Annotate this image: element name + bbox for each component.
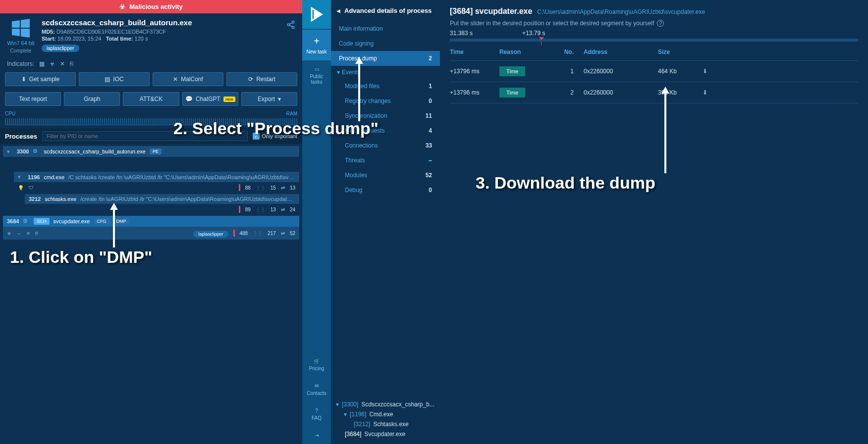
dump-no: 2 [549,89,574,96]
biohazard-small-icon[interactable]: ☣ [50,60,55,67]
slider-hint: Put the slider in the desired position o… [450,20,858,27]
col-reason[interactable]: Reason [499,49,549,55]
malconf-button[interactable]: ✕MalConf [153,72,223,86]
exit-icon: ⇥ [315,433,319,438]
detail-code-signing[interactable]: Code signing [331,36,440,51]
malware-tag[interactable]: laplasclipper [193,231,228,238]
svg-point-0 [292,21,294,24]
processes-title: Processes [5,133,37,140]
dmp-badge[interactable]: DMP [113,218,129,224]
doc-icon[interactable]: ▦ [39,60,45,67]
mini-tree-item[interactable]: [3212]Schtasks.exe [336,419,435,429]
col-size[interactable]: Size [658,49,703,55]
chatgpt-button[interactable]: 💬ChatGPTnew [182,92,238,106]
mini-tree-item[interactable]: ▾[1196]Cmd.exe [336,409,435,419]
slider-marker[interactable] [539,37,544,40]
ram-label: RAM [286,111,297,116]
text-report-button[interactable]: Text report [5,92,61,106]
cfg-badge[interactable]: CFG [94,218,109,224]
only-important-toggle[interactable]: ✓ Only important [253,133,297,140]
collapse-icon[interactable]: ▾ [7,148,13,155]
download-dump-icon[interactable]: ⬇ [703,68,722,75]
process-row[interactable]: 3212 schtasks.exe /create /tn \uAGRIUzbt… [25,194,299,204]
process-name: svcupdater.exe [54,218,90,224]
wrench-icon[interactable]: ✕ [60,60,65,67]
back-icon[interactable]: ◂ [337,7,340,14]
tools-icon: ✕ [173,76,178,83]
mini-tree-item[interactable]: ▾[3300]Scdscxzccsacx_csharp_b... [336,399,435,409]
app-logo[interactable] [302,0,331,29]
detail-debug[interactable]: Debug0 [331,183,440,197]
dump-addr: 0x2260000 [574,89,658,96]
contacts-button[interactable]: ✉ Contacts [302,377,331,402]
ioc-button[interactable]: ▤IOC [79,72,150,86]
detail-registry[interactable]: Registry changes0 [331,94,440,108]
bulb-icon: 💡 [18,185,24,191]
process-row[interactable]: ▾ 1196 cmd.exe /C schtasks /create /tn \… [14,172,299,182]
details-header: ◂ Advanced details of process [331,0,440,21]
process-path: C:\Users\admin\AppData\Roaming\uAGRIUzbt… [537,8,705,15]
action-row-1: ⬇Get sample ▤IOC ✕MalConf ⟳Restart [0,69,302,89]
cpu-label: CPU [5,111,15,116]
collapse-icon[interactable]: ▾ [18,174,24,180]
dump-time: +13796 ms [450,68,499,75]
col-addr[interactable]: Address [574,49,658,55]
detail-connections[interactable]: Connections33 [331,138,440,153]
dump-row[interactable]: +13796 ms Time 1 0x2260000 464 Kb ⬇ [450,61,858,82]
task-info: scdscxzccsacx_csharp_build_autorun.exe M… [42,18,295,53]
help-icon[interactable]: ? [657,20,664,27]
dump-time: +13796 ms [450,89,499,96]
detail-events-group[interactable]: ▾Events [331,66,440,79]
analysis-panel: ☣ Malicious activity Win7 64 bit Complet… [0,0,302,444]
dump-size: 464 Kb [658,68,703,75]
dump-row[interactable]: +13796 ms Time 2 0x2260000 392 Kb ⬇ [450,82,858,103]
detail-http[interactable]: HTTP requests4 [331,123,440,138]
pricing-button[interactable]: 🛒 Pricing [302,352,331,377]
process-pid: 3684 [7,218,19,224]
detail-modified-files[interactable]: Modified files1 [331,79,440,94]
faq-button[interactable]: ? FAQ [302,402,331,427]
detail-modules[interactable]: Modules52 [331,168,440,183]
new-task-button[interactable]: + New task [302,30,331,60]
slider-start: 31.383 s [450,30,473,37]
banner-text: Malicious activity [129,3,183,10]
col-time[interactable]: Time [450,49,499,55]
mail-icon: ✉ [315,383,319,389]
mini-tree-item[interactable]: [3684]Svcupdater.exe [336,429,435,439]
share-icon[interactable] [286,20,295,29]
get-sample-button[interactable]: ⬇Get sample [5,72,76,86]
process-pid: 3212 [29,196,41,202]
os-version: Win7 64 bit [7,40,34,46]
download-dump-icon[interactable]: ⬇ [703,89,722,96]
detail-process-dump[interactable]: Process dump2 [331,51,440,66]
time-slider[interactable] [450,39,858,42]
gear-icon: ⚙ [33,148,40,155]
svg-point-2 [292,26,294,29]
wrench-icon: ✕ [26,231,30,236]
detail-threats[interactable]: Threats– [331,153,440,168]
process-filter-input[interactable] [42,131,248,141]
detail-sync[interactable]: Synchronization11 [331,108,440,123]
svg-line-3 [289,23,292,24]
svg-line-4 [289,25,292,27]
dump-table-header: Time Reason No. Address Size [450,44,858,61]
public-tasks-button[interactable]: ▭ Public tasks [302,60,331,91]
chevron-down-icon: ▾ [278,96,281,102]
graph-button[interactable]: Graph [64,92,120,106]
os-info: Win7 64 bit Complete [7,18,35,53]
detail-main-info[interactable]: Main information [331,21,440,36]
copy-icon[interactable]: ⎘ [70,60,73,67]
malware-tag[interactable]: laplasclipper [42,45,79,52]
col-no[interactable]: No. [549,49,574,55]
process-row-selected[interactable]: 3684 ⚙ SCH svcupdater.exe CFG DMP [3,216,299,227]
chevron-down-icon: ▾ [344,411,347,418]
export-button[interactable]: Export ▾ [241,92,297,106]
process-row[interactable]: ▾ 3300 ⚙ scdscxzccsacx_csharp_build_auto… [3,146,299,157]
process-name: scdscxzccsacx_csharp_build_autorun.exe [44,148,145,154]
process-id: [3684] svcupdater.exe [450,7,532,16]
attck-button[interactable]: ATT&CK [123,92,179,106]
document-icon: ▭ [315,66,319,72]
checkbox-checked-icon: ✓ [253,133,260,140]
restart-button[interactable]: ⟳Restart [226,72,297,86]
exit-button[interactable]: ⇥ [302,427,331,444]
